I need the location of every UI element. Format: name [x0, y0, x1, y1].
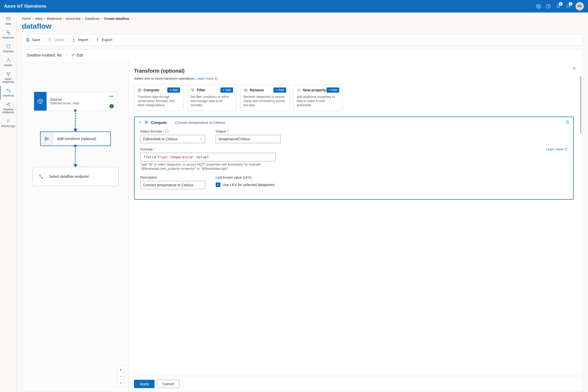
- card-title-label: Compute: [144, 88, 159, 92]
- svg-point-2: [548, 7, 549, 7]
- svg-point-1: [547, 4, 551, 8]
- svg-rect-5: [8, 33, 10, 34]
- nav-dataflow-endpoints[interactable]: Dataflow endpoints: [0, 100, 16, 116]
- lkv-check-label: Use LKV for selected datapoints: [222, 183, 274, 187]
- source-subtitle: Selected Asset: oven: [50, 102, 113, 105]
- transform-label: Add transform (optional): [53, 137, 100, 141]
- card-desc: Transform data through conversions, form…: [137, 95, 180, 108]
- settings-icon[interactable]: [536, 4, 541, 9]
- nav-assets[interactable]: Assets: [0, 55, 16, 69]
- nav-label: Dataflows: [3, 94, 14, 97]
- nav-sites[interactable]: Sites: [0, 14, 16, 28]
- delete-operation-icon[interactable]: [565, 120, 570, 125]
- more-icon[interactable]: •••: [109, 94, 114, 98]
- crumb-site[interactable]: Redmond: [47, 17, 61, 21]
- svg-point-8: [7, 72, 8, 73]
- crumb-sites[interactable]: Sites: [35, 17, 43, 21]
- app-title: Azure IoT Operations: [4, 4, 46, 9]
- activity-logs-icon: [6, 118, 11, 124]
- nav-dataflows[interactable]: Dataflows: [0, 86, 16, 100]
- card-title-label: New property: [303, 88, 326, 92]
- learn-more-link[interactable]: Learn more: [196, 77, 218, 80]
- output-label: Output: [216, 129, 226, 133]
- description-input[interactable]: [140, 181, 205, 189]
- nav-activity-logs[interactable]: Activity logs: [0, 116, 16, 130]
- crumb-instance[interactable]: donut-line: [66, 17, 81, 21]
- endpoint-icon: [33, 174, 49, 179]
- lkv-checkbox[interactable]: ✓: [216, 182, 220, 187]
- nav-instances[interactable]: Instances: [0, 28, 16, 42]
- panel-title: Transform (optional): [134, 68, 574, 74]
- formula-hint: Type "@" to select datapoints, or access…: [140, 162, 276, 171]
- source-node[interactable]: Source Selected Asset: oven ••• ✓: [34, 92, 117, 111]
- compute-badge: Compute: [151, 121, 167, 125]
- cancel-button[interactable]: Cancel: [157, 380, 180, 388]
- delete-button: Delete: [48, 38, 64, 42]
- compute-operation-block: Compute | Convert temperature to Celsius…: [134, 117, 574, 200]
- scrollbar[interactable]: [580, 76, 581, 134]
- svg-point-13: [7, 104, 8, 105]
- add-rename-button[interactable]: + Add: [273, 87, 286, 93]
- import-button[interactable]: Import: [72, 38, 88, 42]
- lkv-label: Last known value (LKV): [216, 175, 274, 179]
- endpoint-label: Select dataflow endpoint: [49, 174, 89, 179]
- rename-card: Rename + Add Rename datapoints to ensure…: [240, 85, 290, 111]
- zoom-in-button[interactable]: +: [117, 366, 124, 373]
- nav-overview[interactable]: Overview: [0, 42, 16, 55]
- zoom-out-button[interactable]: −: [117, 373, 124, 380]
- crumb-home[interactable]: Home: [22, 17, 31, 21]
- crumb-dataflows[interactable]: Dataflows: [85, 17, 100, 21]
- import-icon: [72, 38, 76, 42]
- formula-learn-more-link[interactable]: Learn more: [546, 147, 567, 151]
- source-title: Source: [50, 97, 113, 102]
- asset-endpoints-icon: [6, 71, 11, 77]
- transform-icon: [41, 132, 53, 146]
- cube-icon: [34, 92, 47, 111]
- nav-label: Asset endpoints: [1, 78, 15, 83]
- svg-point-0: [538, 6, 539, 7]
- rename-icon: [244, 88, 248, 92]
- add-newprop-button[interactable]: + Add: [327, 87, 339, 93]
- compute-icon: [137, 88, 142, 92]
- filter-card: Filter + Add Set filter conditions to re…: [187, 85, 237, 111]
- edit-button[interactable]: Edit: [71, 53, 83, 58]
- transform-node[interactable]: Add transform (optional): [40, 131, 111, 146]
- notifications-icon[interactable]: 1: [556, 4, 561, 9]
- notification-badge: 1: [559, 2, 563, 6]
- avatar[interactable]: PA: [576, 2, 584, 10]
- help-icon[interactable]: [546, 4, 551, 9]
- alerts-icon[interactable]: 1: [566, 4, 571, 9]
- info-icon[interactable]: i: [165, 129, 169, 133]
- svg-rect-6: [7, 45, 10, 48]
- alert-badge: 1: [569, 2, 572, 6]
- panel-subtitle: Select one or more transform operations.: [134, 77, 196, 80]
- close-icon[interactable]: [572, 66, 576, 71]
- svg-rect-11: [7, 89, 8, 90]
- dataflows-icon: [6, 88, 11, 93]
- chevron-down-icon[interactable]: [138, 121, 142, 125]
- apply-button[interactable]: Apply: [134, 380, 155, 388]
- card-title-label: Rename: [250, 88, 264, 92]
- add-compute-button[interactable]: + Add: [167, 87, 180, 93]
- save-button[interactable]: Save: [26, 38, 40, 42]
- zoom-controls: + − ⤢: [117, 366, 124, 387]
- filter-icon: [190, 88, 195, 92]
- export-icon: [95, 38, 100, 42]
- flow-arrow: [75, 111, 76, 131]
- delete-icon: [48, 38, 52, 42]
- add-filter-button[interactable]: + Add: [220, 87, 233, 93]
- output-input[interactable]: [216, 135, 281, 143]
- select-formula-dropdown[interactable]: Fahrenheit to Celsius: [140, 135, 205, 143]
- endpoint-node[interactable]: Select dataflow endpoint: [32, 167, 119, 186]
- nav-asset-endpoints[interactable]: Asset endpoints: [0, 69, 16, 86]
- export-button[interactable]: Export: [95, 38, 112, 42]
- svg-point-10: [8, 75, 9, 75]
- formula-input[interactable]: fToC(@"Fryer Temperature".Value): [140, 153, 276, 161]
- dataflow-endpoints-icon: [6, 102, 11, 107]
- svg-rect-12: [9, 91, 10, 92]
- breadcrumb: Home› Sites› Redmond› donut-line› Datafl…: [22, 17, 583, 21]
- zoom-fit-button[interactable]: ⤢: [117, 380, 124, 386]
- divider: [66, 52, 67, 58]
- crumb-current: Create dataflow: [104, 17, 129, 21]
- card-desc: Set filter conditions to refine and mana…: [190, 95, 233, 108]
